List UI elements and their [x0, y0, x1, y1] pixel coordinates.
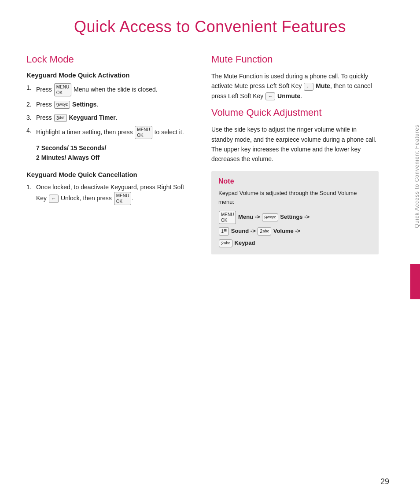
step-1-text: Press MENUOK Menu when the slide is clos…	[36, 83, 158, 96]
page-number: 29	[380, 477, 389, 486]
cancel-step-1-text: Once locked, to deactivate Keyguard, pre…	[36, 183, 194, 206]
mute-function-title: Mute Function	[211, 54, 379, 65]
two-column-layout: Lock Mode Keyguard Mode Quick Activation…	[26, 54, 394, 254]
bottom-rule	[363, 473, 389, 473]
mute-key-1: ←	[304, 83, 313, 91]
step-2-text: Press 9wxyz Settings.	[36, 100, 98, 110]
note-settings-key: 9wxyz	[262, 213, 278, 221]
unlock-key: ←	[49, 195, 59, 202]
step-2: 2. Press 9wxyz Settings.	[26, 100, 194, 110]
timer-options: 7 Seconds/ 15 Seconds/2 Minutes/ Always …	[36, 143, 194, 162]
step-3-text: Press 3def Keyguard Timer.	[36, 113, 118, 123]
volume-section-title: Volume Quick Adjustment	[211, 107, 379, 118]
step-1-num: 1.	[26, 83, 34, 93]
note-line-2: 1☰ Sound -> 2abc Volume ->	[218, 226, 372, 236]
note-box: Note Keypad Volume is adjusted through t…	[211, 171, 379, 254]
note-steps: MENUOK Menu -> 9wxyz Settings -> 1☰ Soun…	[218, 211, 372, 248]
note-keypad-key: 2abc	[219, 239, 232, 247]
note-body: Keypad Volume is adjusted through the So…	[218, 189, 372, 206]
menu-key-2: MENUOK	[135, 126, 152, 139]
note-menu-key: MENUOK	[219, 211, 236, 224]
menu-key-3: MENUOK	[114, 192, 131, 205]
page-title: Quick Access to Convenient Features	[26, 18, 394, 36]
note-sound-key: 1☰	[219, 227, 229, 235]
menu-key-1: MENUOK	[54, 83, 71, 96]
sidebar-label: Quick Access to Convenient Features	[412, 88, 420, 264]
step-4: 4. Highlight a timer setting, then press…	[26, 126, 194, 139]
lock-mode-title: Lock Mode	[26, 54, 194, 65]
step-2-num: 2.	[26, 100, 34, 110]
cancel-step-1-num: 1.	[26, 183, 34, 192]
page-container: Quick Access to Convenient Features Lock…	[0, 0, 420, 504]
cancellation-steps-list: 1. Once locked, to deactivate Keyguard, …	[26, 183, 194, 206]
lock-mode-section: Lock Mode Keyguard Mode Quick Activation…	[26, 54, 194, 210]
step-3-num: 3.	[26, 113, 34, 123]
cancel-step-1: 1. Once locked, to deactivate Keyguard, …	[26, 183, 194, 206]
activation-steps-list: 1. Press MENUOK Menu when the slide is c…	[26, 83, 194, 139]
mute-body: The Mute Function is used during a phone…	[211, 71, 379, 101]
settings-key: 9wxyz	[54, 101, 70, 109]
note-line-1: MENUOK Menu -> 9wxyz Settings ->	[218, 211, 372, 224]
keyguard-cancellation-title: Keyguard Mode Quick Cancellation	[26, 171, 194, 178]
keyguard-activation-title: Keyguard Mode Quick Activation	[26, 71, 194, 79]
note-volume-key: 2abc	[258, 227, 271, 235]
mute-key-2: ←	[265, 92, 275, 100]
step-4-num: 4.	[26, 126, 34, 136]
note-line-3: 2abc Keypad	[218, 238, 372, 248]
step-3: 3. Press 3def Keyguard Timer.	[26, 113, 194, 123]
step-4-text: Highlight a timer setting, then press ME…	[36, 126, 184, 139]
keyguard-key: 3def	[54, 114, 67, 122]
volume-body: Use the side keys to adjust the ringer v…	[211, 125, 379, 164]
sidebar-accent-bar	[410, 264, 420, 299]
mute-volume-section: Mute Function The Mute Function is used …	[211, 54, 379, 254]
step-1: 1. Press MENUOK Menu when the slide is c…	[26, 83, 194, 96]
note-title: Note	[218, 177, 372, 185]
